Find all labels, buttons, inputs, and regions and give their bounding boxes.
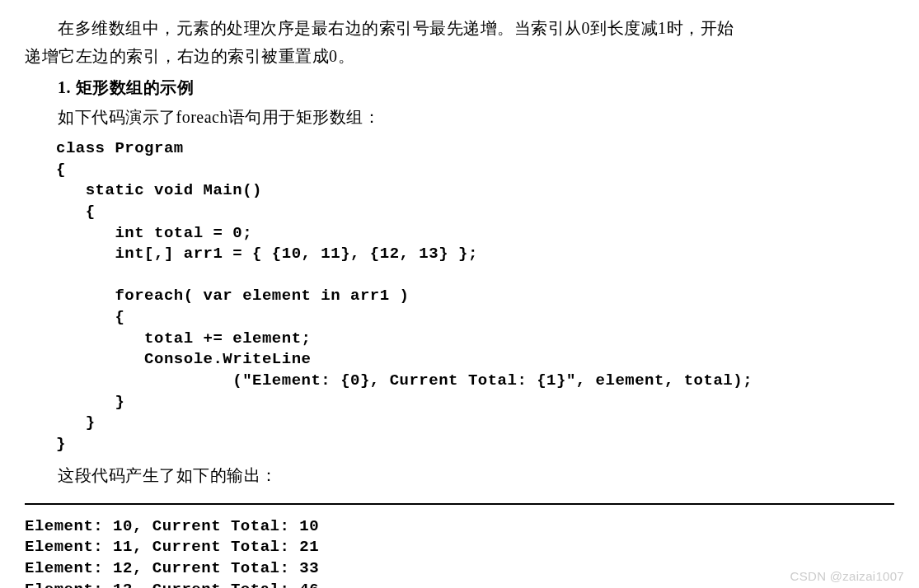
paragraph-1-line-2: 递增它左边的索引，右边的索引被重置成0。 [25, 43, 894, 69]
paragraph-1-line-1: 在多维数组中，元素的处理次序是最右边的索引号最先递增。当索引从0到长度减1时，开… [25, 15, 894, 41]
document-content: 在多维数组中，元素的处理次序是最右边的索引号最先递增。当索引从0到长度减1时，开… [25, 15, 894, 588]
output-example: Element: 10, Current Total: 10 Element: … [25, 516, 894, 588]
code-example: class Program { static void Main() { int… [56, 138, 894, 455]
watermark: CSDN @zaizai1007 [790, 569, 904, 583]
horizontal-divider [25, 503, 894, 505]
section-heading: 1. 矩形数组的示例 [25, 74, 894, 100]
paragraph-2: 如下代码演示了foreach语句用于矩形数组： [25, 104, 894, 130]
paragraph-3: 这段代码产生了如下的输出： [25, 462, 894, 488]
